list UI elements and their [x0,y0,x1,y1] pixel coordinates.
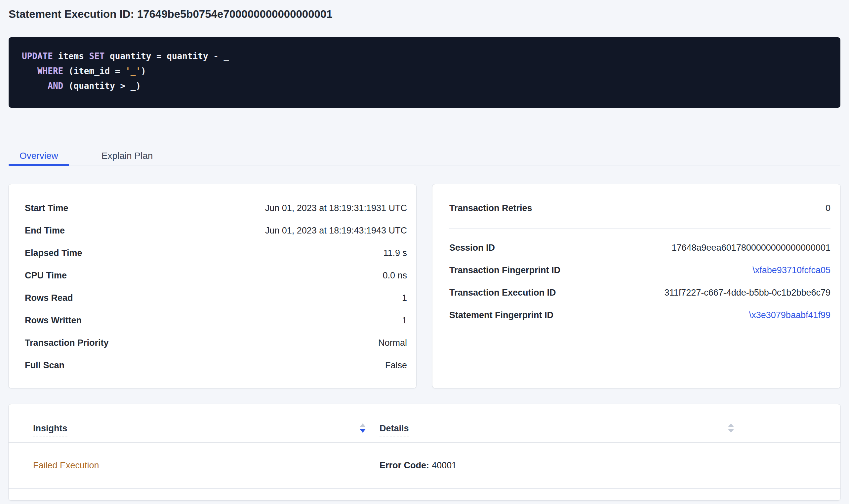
stat-row: Full ScanFalse [25,354,407,377]
sort-icon-details[interactable] [728,424,734,433]
sql-text: (quantity > _) [63,81,141,91]
stat-row: Transaction Execution ID311f7227-c667-4d… [449,282,831,304]
summary-cards: Start TimeJun 01, 2023 at 18:19:31:1931 … [8,184,841,388]
stat-value-link[interactable]: \x3e3079baabf41f99 [749,310,831,320]
transaction-card-rows: Session ID17648a9eea60178000000000000000… [449,236,831,326]
sql-text [22,66,37,76]
sql-text: (item_id = [63,66,125,76]
stat-row: Statement Fingerprint ID\x3e3079baabf41f… [449,304,831,326]
stat-label: Rows Written [25,316,82,326]
stat-label: Start Time [25,203,68,213]
stat-value: 1 [402,293,407,303]
sort-icon-insights[interactable] [360,424,366,433]
stat-label: Transaction Retries [449,203,532,213]
insights-table-header: Insights Details [8,404,841,443]
stat-value: 11.9 s [383,248,407,258]
sql-text: items [53,51,89,61]
stat-label: Elapsed Time [25,248,82,258]
sql-statement-box: UPDATE items SET quantity = quantity - _… [8,37,841,108]
details-column-label[interactable]: Details [380,424,409,437]
insight-failed-execution-label: Failed Execution [33,461,99,470]
stat-label: Statement Fingerprint ID [449,310,553,320]
error-code-value: 40001 [432,461,456,470]
triangle-up-icon [728,424,734,427]
stat-row: End TimeJun 01, 2023 at 18:19:43:1943 UT… [25,219,407,242]
sql-keyword: AND [48,81,63,91]
insights-table-card: Insights Details Failed Execution Error … [8,404,841,500]
stat-row: Session ID17648a9eea60178000000000000000… [449,236,831,259]
stat-value: Jun 01, 2023 at 18:19:31:1931 UTC [265,203,407,213]
stat-label: Transaction Priority [25,338,109,348]
sql-text [22,81,48,91]
sql-keyword: UPDATE [22,51,53,61]
stat-label: Rows Read [25,293,73,303]
stat-row: Rows Read1 [25,287,407,309]
sql-string: '_' [125,66,141,76]
stat-row: Transaction Fingerprint ID\xfabe93710fcf… [449,259,831,282]
tab-overview[interactable]: Overview [8,147,69,165]
sql-line: UPDATE items SET quantity = quantity - _ [22,49,827,64]
stat-label: Transaction Fingerprint ID [449,265,560,275]
stat-value: 17648a9eea6017800000000000000001 [672,243,831,253]
details-column-header: Details [380,424,734,437]
transaction-card: Transaction Retries0 Session ID17648a9ee… [432,184,841,388]
stat-value: Normal [378,338,407,348]
sql-keyword: WHERE [37,66,63,76]
stat-value: 1 [402,316,407,326]
stat-row: Elapsed Time11.9 s [25,242,407,264]
stat-label: CPU Time [25,270,67,281]
stat-row: Start TimeJun 01, 2023 at 18:19:31:1931 … [25,197,407,219]
insight-cell: Failed Execution [33,461,380,471]
stat-value: 0.0 ns [382,270,407,281]
sql-code: UPDATE items SET quantity = quantity - _… [22,49,827,93]
sql-text: ) [141,66,146,76]
stat-value: 0 [826,203,831,213]
triangle-up-icon [360,424,366,427]
stat-value: Jun 01, 2023 at 18:19:43:1943 UTC [265,226,407,236]
transaction-retries-row-wrap: Transaction Retries0 [449,197,831,219]
stat-value: 311f7227-c667-4dde-b5bb-0c1b2bbe6c79 [664,288,831,298]
insights-column-label[interactable]: Insights [33,424,67,437]
overview-card-rows: Start TimeJun 01, 2023 at 18:19:31:1931 … [25,197,407,377]
stat-row: Transaction PriorityNormal [25,331,407,354]
sql-text: quantity = quantity - _ [104,51,229,61]
insights-table-row: Failed Execution Error Code:40001 [8,443,841,489]
triangle-down-icon [728,429,734,433]
stat-row: CPU Time0.0 ns [25,264,407,287]
insights-column-header: Insights [33,424,380,437]
tab-explain-plan[interactable]: Explain Plan [91,147,164,165]
stat-row: Rows Written1 [25,309,407,331]
sql-line: WHERE (item_id = '_') [22,64,827,78]
stat-row: Transaction Retries0 [449,197,831,219]
tab-bar: Overview Explain Plan [8,147,841,165]
stat-label: Session ID [449,243,495,253]
stat-value-link[interactable]: \xfabe93710fcfca05 [752,265,831,275]
page-title: Statement Execution ID: 17649be5b0754e70… [8,7,841,21]
card-divider [449,228,831,229]
sql-keyword: SET [89,51,105,61]
error-code-label: Error Code: [380,461,429,470]
overview-card: Start TimeJun 01, 2023 at 18:19:31:1931 … [8,184,416,388]
triangle-down-icon [360,429,366,433]
stat-value: False [385,360,407,371]
sql-line: AND (quantity > _) [22,78,827,93]
stat-label: End Time [25,226,65,236]
details-cell: Error Code:40001 [380,461,734,471]
stat-label: Transaction Execution ID [449,288,556,298]
stat-label: Full Scan [25,360,65,371]
